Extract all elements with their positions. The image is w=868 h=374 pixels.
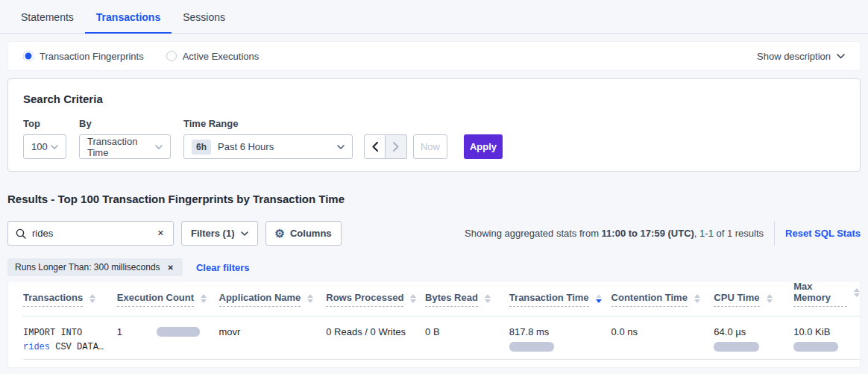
results-controls: ✕ Filters (1) ⚙ Columns Showing aggregat… [7, 221, 861, 246]
chevron-down-icon [241, 231, 248, 236]
filter-pill: Runs Longer Than: 300 milliseconds ✕ [7, 258, 183, 276]
search-input[interactable] [32, 228, 156, 239]
search-icon [16, 228, 26, 239]
gear-icon: ⚙ [275, 227, 285, 240]
radio-selected-icon [23, 51, 34, 61]
aggregated-stats: Showing aggregated stats from 11:00 to 1… [465, 222, 861, 246]
chevron-down-icon [337, 145, 345, 149]
filters-button[interactable]: Filters (1) [181, 221, 258, 246]
transaction-time-cell: 817.8 ms [509, 326, 611, 352]
columns-button[interactable]: ⚙ Columns [265, 221, 342, 246]
search-criteria-title: Search Criteria [23, 93, 845, 105]
bytes-read-cell: 0 B [425, 326, 509, 337]
view-toggle-bar: Transaction Fingerprints Active Executio… [7, 41, 861, 71]
now-button[interactable]: Now [413, 134, 447, 159]
show-description-label: Show description [757, 51, 831, 62]
stats-text-prefix: Showing aggregated stats from [465, 228, 602, 239]
time-range-badge: 6h [192, 140, 211, 155]
sort-desc-icon [596, 294, 602, 303]
table-name-link[interactable]: rides [23, 342, 50, 352]
column-header-rows-processed[interactable]: Rows Processed [326, 292, 425, 307]
max-memory-cell: 10.0 KiB [793, 326, 860, 352]
column-header-cpu-time[interactable]: CPU Time [714, 292, 793, 307]
transaction-time-bar [509, 342, 554, 352]
top-label: Top [23, 118, 79, 129]
chevron-left-icon [372, 142, 378, 152]
sort-icon [485, 294, 491, 303]
sort-icon [854, 288, 860, 297]
tab-statements[interactable]: Statements [10, 0, 85, 34]
results-table: Transactions Execution Count Application… [7, 281, 861, 368]
chevron-down-icon [51, 145, 58, 149]
application-name-cell: movr [219, 326, 327, 337]
results-heading: Results - Top 100 Transaction Fingerprin… [7, 193, 861, 205]
max-memory-value: 10.0 KiB [793, 326, 860, 337]
column-header-bytes-read[interactable]: Bytes Read [425, 292, 509, 307]
tab-sessions[interactable]: Sessions [172, 0, 236, 34]
apply-button[interactable]: Apply [464, 134, 503, 159]
rows-processed-cell: 0 Reads / 0 Writes [326, 326, 425, 337]
columns-button-label: Columns [290, 228, 332, 239]
tab-bar: Statements Transactions Sessions [0, 0, 868, 34]
by-select-value: Transaction Time [87, 136, 155, 158]
radio-active-executions[interactable]: Active Executions [166, 51, 260, 62]
sort-icon [410, 294, 416, 303]
radio-unselected-icon [166, 51, 177, 61]
tab-transactions[interactable]: Transactions [85, 0, 172, 34]
sort-icon [89, 294, 95, 303]
contention-time-cell: 0.0 ns [611, 326, 714, 337]
column-header-contention-time[interactable]: Contention Time [611, 292, 714, 307]
stats-time-range: 11:00 to 17:59 (UTC) [602, 228, 694, 239]
cpu-time-bar [714, 342, 759, 352]
table-row: IMPORT INTO rides CSV DATA… 1 movr 0 Rea… [23, 317, 860, 360]
column-header-max-memory[interactable]: Max Memory [793, 281, 860, 307]
column-header-transaction-time[interactable]: Transaction Time [509, 292, 611, 307]
sort-icon [307, 294, 313, 303]
time-step-back-button[interactable] [364, 134, 386, 159]
chevron-down-icon [155, 145, 163, 149]
radio-transaction-fingerprints[interactable]: Transaction Fingerprints [23, 51, 144, 62]
reset-sql-stats-link[interactable]: Reset SQL Stats [785, 228, 861, 239]
chevron-right-icon [393, 142, 399, 152]
transaction-fingerprint-cell[interactable]: IMPORT INTO rides CSV DATA… [23, 326, 117, 355]
vertical-divider [774, 222, 775, 246]
filters-button-label: Filters (1) [191, 228, 235, 239]
transaction-statement-line1: IMPORT INTO [23, 326, 117, 340]
active-filters-row: Runs Longer Than: 300 milliseconds ✕ Cle… [7, 258, 861, 276]
search-box[interactable]: ✕ [7, 221, 174, 246]
search-criteria-panel: Search Criteria Top 100 By Transaction T… [7, 78, 861, 172]
radio-label: Active Executions [183, 51, 260, 62]
time-range-value: Past 6 Hours [218, 141, 337, 152]
sort-icon [767, 294, 773, 303]
by-select[interactable]: Transaction Time [79, 134, 171, 159]
max-memory-bar [793, 342, 838, 352]
show-description-toggle[interactable]: Show description [757, 51, 845, 62]
time-step-group [364, 134, 407, 159]
time-range-label: Time Range [183, 118, 364, 129]
time-range-select[interactable]: 6h Past 6 Hours [183, 134, 353, 159]
cpu-time-cell: 64.0 µs [714, 326, 793, 352]
clear-search-icon[interactable]: ✕ [156, 227, 166, 240]
top-select[interactable]: 100 [23, 134, 66, 159]
cpu-time-value: 64.0 µs [714, 326, 793, 337]
transaction-time-value: 817.8 ms [509, 326, 611, 337]
time-step-forward-button[interactable] [386, 134, 407, 159]
execution-count-value: 1 [117, 326, 122, 337]
column-header-transactions[interactable]: Transactions [23, 292, 117, 307]
stats-text-suffix: , 1-1 of 1 results [694, 228, 764, 239]
sort-icon [201, 294, 207, 303]
table-header-row: Transactions Execution Count Application… [23, 281, 860, 317]
column-header-execution-count[interactable]: Execution Count [117, 292, 219, 307]
clear-filters-link[interactable]: Clear filters [196, 262, 250, 273]
top-select-value: 100 [31, 141, 51, 152]
transaction-statement-line2: rides CSV DATA… [23, 340, 117, 355]
by-label: By [79, 118, 183, 129]
column-header-application-name[interactable]: Application Name [219, 292, 327, 307]
radio-label: Transaction Fingerprints [40, 51, 144, 62]
execution-count-cell: 1 [117, 326, 219, 337]
sort-icon [694, 294, 700, 303]
filter-pill-label: Runs Longer Than: 300 milliseconds [15, 262, 160, 272]
remove-filter-icon[interactable]: ✕ [166, 262, 175, 273]
chevron-down-icon [837, 54, 845, 59]
execution-count-bar [157, 327, 200, 337]
